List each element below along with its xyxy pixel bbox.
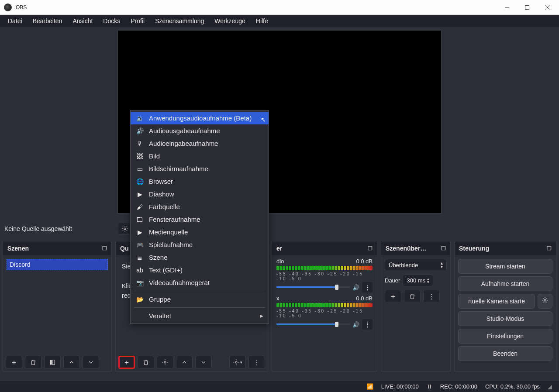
mixer-meter — [276, 266, 373, 270]
menu-item-szene[interactable]: ≣Szene — [131, 251, 269, 264]
start-stream-button[interactable]: Stream starten — [458, 259, 552, 274]
status-cpu: CPU: 0.2%, 30.00 fps — [485, 383, 540, 390]
scene-down-button[interactable] — [83, 356, 99, 369]
dock-controls-title: Steuerung — [459, 245, 489, 252]
menu-item-text-gdi-[interactable]: abText (GDI+) — [131, 264, 269, 276]
menu-hilfe[interactable]: Hilfe — [252, 16, 273, 26]
speaker-icon[interactable]: 🔊 — [352, 284, 359, 291]
menubar: Datei Bearbeiten Ansicht Docks Profil Sz… — [0, 15, 559, 27]
menu-item-label: Spielaufnahme — [149, 241, 193, 248]
menu-item-label: Medienquelle — [149, 228, 188, 236]
virtual-camera-button[interactable]: rtuelle Kamera starte — [458, 294, 535, 309]
pause-icon: ⏸ — [427, 383, 432, 390]
source-up-button[interactable] — [176, 356, 193, 369]
menu-item-audioeingabeaufnahme[interactable]: 🎙Audioeingabeaufnahme — [131, 137, 269, 150]
mixer-volume-slider[interactable] — [276, 323, 350, 325]
menu-item-anwendungsaudioaufnahme-beta-[interactable]: 🔉Anwendungsaudioaufnahme (Beta) — [131, 112, 269, 124]
scene-remove-button[interactable] — [25, 356, 41, 369]
menu-item-label: Farbquelle — [149, 203, 180, 210]
menu-item-label: Audioausgabeaufnahme — [149, 127, 220, 134]
resize-grip-icon[interactable]: ◢ — [548, 383, 554, 390]
scene-item[interactable]: Discord — [7, 259, 108, 270]
menu-item-diashow[interactable]: ▶Diashow — [131, 188, 269, 200]
source-remove-button[interactable] — [138, 356, 154, 369]
menu-item-fensteraufnahme[interactable]: 🗔Fensteraufnahme — [131, 213, 269, 226]
menu-item-label: Videoaufnahmegerät — [149, 279, 210, 286]
submenu-arrow-icon: ▶ — [260, 313, 263, 318]
preview-area — [0, 27, 559, 217]
dock-popout-icon[interactable]: ❐ — [547, 245, 552, 251]
menu-item-label: Gruppe — [149, 296, 171, 303]
transition-remove-button[interactable] — [404, 290, 421, 303]
menu-item-farbquelle[interactable]: 🖌Farbquelle — [131, 200, 269, 213]
titlebar: OBS — [0, 0, 559, 15]
source-add-button[interactable]: ＋ — [118, 356, 135, 369]
transition-duration-input[interactable]: 300 ms ▴▾ — [403, 275, 433, 286]
menu-item-label: Szene — [149, 254, 168, 261]
menu-item-veraltet[interactable]: Veraltet▶ — [131, 309, 269, 322]
status-rec: REC: 00:00:00 — [440, 383, 477, 390]
dock-audio-mixer: er ❐ dio 0.0 dB -55 -40 -35 -30 -25 -20 … — [272, 241, 377, 372]
gamepad-icon: 🎮 — [136, 241, 144, 248]
studio-mode-button[interactable]: Studio-Modus — [458, 311, 552, 326]
menu-item-browser[interactable]: 🌐Browser — [131, 175, 269, 188]
menu-werkzeuge[interactable]: Werkzeuge — [210, 16, 250, 26]
scene-up-button[interactable] — [63, 356, 80, 369]
mixer-channel-menu[interactable]: ⋮ — [362, 319, 373, 330]
menu-item-label: Veraltet — [149, 312, 171, 320]
menu-item-label: Diashow — [149, 190, 174, 198]
list-icon: ≣ — [136, 254, 144, 261]
menu-item-label: Anwendungsaudioaufnahme (Beta) — [149, 114, 252, 122]
dock-popout-icon[interactable]: ❐ — [441, 245, 446, 251]
updown-icon: ▴▾ — [441, 261, 443, 268]
scene-filter-button[interactable] — [44, 356, 61, 369]
source-settings-button[interactable]: ▾ — [229, 356, 246, 369]
transition-select[interactable]: Überblende ▴▾ — [385, 259, 447, 271]
menu-item-spielaufnahme[interactable]: 🎮Spielaufnahme — [131, 238, 269, 251]
scene-add-button[interactable]: ＋ — [6, 356, 22, 369]
menu-szenensammlung[interactable]: Szenensammlung — [151, 16, 208, 26]
menu-item-audioausgabeaufnahme[interactable]: 🔊Audioausgabeaufnahme — [131, 124, 269, 137]
source-more-button[interactable]: ⋮ — [248, 356, 265, 369]
source-properties-button[interactable] — [157, 356, 173, 369]
virtual-camera-settings-button[interactable] — [538, 294, 552, 309]
play-icon: ▶ — [136, 191, 144, 198]
menu-item-videoaufnahmeger-t[interactable]: 📷Videoaufnahmegerät — [131, 276, 269, 289]
dock-scenes-title: Szenen — [7, 245, 29, 252]
menu-bearbeiten[interactable]: Bearbeiten — [28, 16, 67, 26]
menu-item-gruppe[interactable]: 📂Gruppe — [131, 293, 269, 306]
svg-rect-6 — [52, 360, 55, 365]
transition-more-button[interactable]: ⋮ — [423, 290, 440, 303]
dock-popout-icon[interactable]: ❐ — [368, 245, 373, 251]
exit-button[interactable]: Beenden — [458, 346, 552, 361]
dock-mixer-title: er — [276, 245, 282, 252]
add-source-menu: 🔉Anwendungsaudioaufnahme (Beta)🔊Audioaus… — [130, 110, 269, 324]
status-live: LIVE: 00:00:00 — [381, 383, 419, 390]
speaker-icon[interactable]: 🔊 — [352, 321, 359, 328]
mixer-volume-slider[interactable] — [276, 286, 350, 288]
window-icon: 🗔 — [136, 216, 144, 223]
close-button[interactable] — [537, 0, 557, 15]
svg-rect-1 — [525, 5, 529, 9]
menu-profil[interactable]: Profil — [126, 16, 149, 26]
brush-icon: 🖌 — [136, 203, 144, 210]
minimize-button[interactable] — [497, 0, 517, 15]
image-icon: 🖼 — [136, 153, 144, 160]
menu-item-medienquelle[interactable]: ▶Medienquelle — [131, 226, 269, 238]
menu-item-bildschirmaufnahme[interactable]: ▭Bildschirmaufnahme — [131, 162, 269, 175]
transition-add-button[interactable]: ＋ — [385, 290, 401, 303]
start-record-button[interactable]: Aufnahme starten — [458, 276, 552, 291]
menu-docks[interactable]: Docks — [99, 16, 124, 26]
source-down-button[interactable] — [195, 356, 212, 369]
dock-popout-icon[interactable]: ❐ — [102, 245, 107, 251]
mixer-channel-menu[interactable]: ⋮ — [362, 282, 373, 292]
play-icon: ▶ — [136, 229, 144, 236]
menu-item-bild[interactable]: 🖼Bild — [131, 150, 269, 162]
maximize-button[interactable] — [517, 0, 537, 15]
menu-ansicht[interactable]: Ansicht — [68, 16, 97, 26]
mic-icon: 🎙 — [136, 140, 144, 147]
menu-datei[interactable]: Datei — [3, 16, 27, 26]
settings-button[interactable]: Einstellungen — [458, 329, 552, 344]
menu-item-label: Fensteraufnahme — [149, 216, 200, 223]
display-icon: ▭ — [136, 165, 144, 172]
